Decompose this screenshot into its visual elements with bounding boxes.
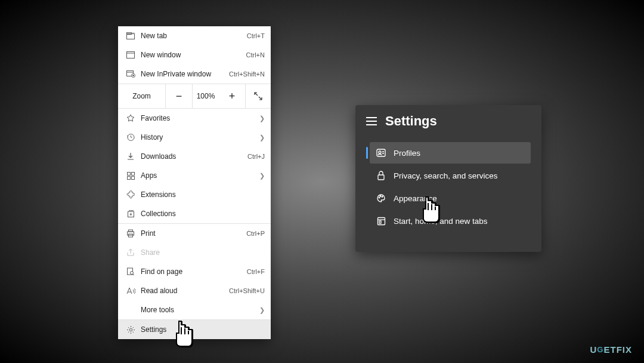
menu-item-new-tab[interactable]: New tab Ctrl+T [118,26,271,45]
lock-icon [376,171,386,180]
favorites-icon [124,114,137,122]
extensions-icon [124,190,137,199]
share-icon [124,248,137,257]
menu-item-label: Downloads [137,152,247,161]
find-icon [124,267,137,276]
svg-rect-2 [127,52,135,59]
menu-item-shortcut: Ctrl+J [247,153,265,160]
menu-item-shortcut: Ctrl+N [246,51,265,59]
chevron-right-icon: ❯ [259,172,265,180]
menu-item-extensions[interactable]: Extensions [118,185,271,204]
menu-item-label: New window [137,51,246,59]
watermark: UGETFIX [590,344,632,355]
svg-rect-21 [378,175,384,180]
svg-rect-11 [131,176,134,179]
settings-nav-appearance[interactable]: Appearance [370,187,531,209]
menu-item-label: Read aloud [137,287,229,295]
menu-item-history[interactable]: History ❯ [118,128,271,147]
chevron-right-icon: ❯ [259,134,265,141]
menu-item-shortcut: Ctrl+F [247,268,265,275]
menu-item-share: Share [118,243,271,262]
start-icon [376,217,386,226]
new-tab-icon [124,32,137,39]
menu-item-label: Apps [137,171,259,180]
settings-nav-label: Start, home, and new tabs [394,217,488,226]
settings-nav-profiles[interactable]: Profiles [370,142,531,164]
fullscreen-button[interactable] [246,84,271,108]
hamburger-icon[interactable] [366,117,377,125]
svg-rect-10 [127,176,130,179]
menu-item-collections[interactable]: Collections [118,204,271,223]
menu-item-favorites[interactable]: Favorites ❯ [118,109,271,128]
appearance-icon [376,193,386,203]
menu-item-settings[interactable]: Settings [118,320,271,339]
menu-item-read-aloud[interactable]: Read aloud Ctrl+Shift+U [118,281,271,300]
menu-item-label: Favorites [137,114,259,122]
zoom-in-button[interactable]: + [219,84,246,108]
print-icon [124,229,137,238]
profiles-icon [376,148,386,158]
settings-nav-label: Privacy, search, and services [394,171,498,180]
menu-item-shortcut: Ctrl+T [247,32,265,39]
menu-item-downloads[interactable]: Downloads Ctrl+J [118,147,271,166]
svg-point-18 [129,328,132,331]
menu-item-shortcut: Ctrl+P [246,230,265,237]
menu-zoom-row: Zoom − 100% + [118,84,271,108]
settings-nav-label: Appearance [394,194,437,203]
svg-point-22 [379,197,380,198]
history-icon [124,133,137,141]
menu-item-find[interactable]: Find on page Ctrl+F [118,262,271,281]
menu-item-label: Settings [137,325,265,334]
settings-nav-start[interactable]: Start, home, and new tabs [370,210,531,232]
menu-item-new-window[interactable]: New window Ctrl+N [118,45,271,64]
menu-item-shortcut: Ctrl+Shift+N [229,70,265,78]
svg-point-23 [380,196,381,197]
menu-item-shortcut: Ctrl+Shift+U [229,287,265,294]
menu-item-label: Print [137,229,246,238]
svg-rect-8 [127,172,130,175]
svg-point-20 [379,151,381,153]
svg-rect-27 [379,221,381,223]
menu-item-label: More tools [137,306,259,314]
svg-point-17 [131,272,134,275]
settings-nav-privacy[interactable]: Privacy, search, and services [370,165,531,186]
zoom-label: Zoom [118,84,166,108]
edge-overflow-menu: New tab Ctrl+T New window Ctrl+N New InP… [118,26,271,339]
svg-point-24 [382,196,383,198]
inprivate-icon [124,70,137,78]
settings-panel: Settings Profiles Privacy, search, and s… [355,105,541,252]
menu-item-label: Find on page [137,267,247,276]
downloads-icon [124,152,137,161]
chevron-right-icon: ❯ [259,306,265,314]
settings-nav-label: Profiles [394,149,420,158]
menu-item-new-inprivate[interactable]: New InPrivate window Ctrl+Shift+N [118,64,271,84]
menu-item-label: Collections [137,210,265,218]
chevron-right-icon: ❯ [259,115,265,122]
menu-item-label: New tab [137,32,247,40]
menu-item-more-tools[interactable]: More tools ❯ [118,300,271,319]
apps-icon [124,172,137,180]
read-aloud-icon [124,287,137,295]
collections-icon [124,210,137,218]
menu-item-label: New InPrivate window [137,70,229,78]
gear-icon [124,325,137,334]
settings-title: Settings [385,113,437,129]
zoom-level: 100% [193,84,219,108]
menu-item-label: Extensions [137,190,265,199]
menu-item-label: Share [137,248,265,257]
menu-item-print[interactable]: Print Ctrl+P [118,224,271,243]
menu-item-apps[interactable]: Apps ❯ [118,166,271,185]
svg-rect-9 [131,172,134,175]
zoom-out-button[interactable]: − [166,84,193,108]
new-window-icon [124,51,137,59]
menu-item-label: History [137,133,259,141]
